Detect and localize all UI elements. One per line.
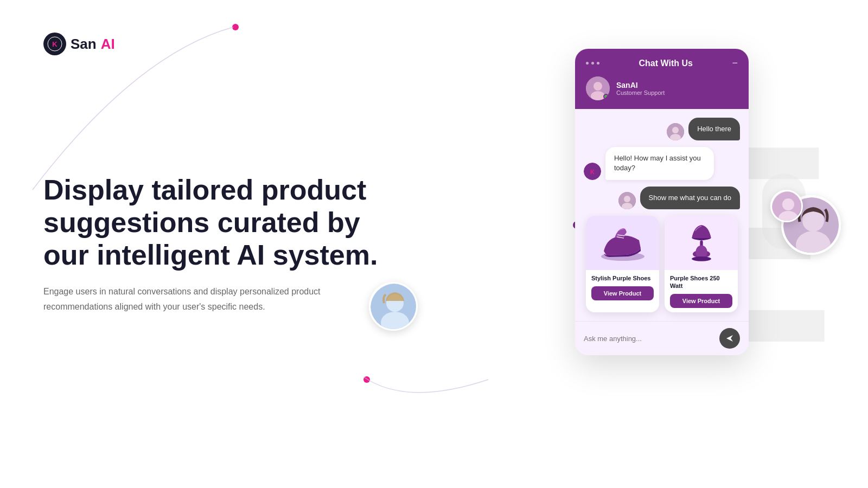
message-row-2: K Hello! How may I assist you today?: [584, 147, 740, 179]
svg-point-6: [672, 127, 679, 133]
left-content-area: Display tailored product suggestions cur…: [43, 174, 396, 314]
product-cards: Stylish Purple Shoes View Product: [584, 216, 740, 313]
product-name-2: Purple Shoes 250 Watt: [670, 274, 732, 290]
user-message-1: Hello there: [688, 118, 740, 140]
decorative-dot-top: [232, 24, 239, 30]
chat-widget: Chat With Us − SanAI: [575, 49, 749, 355]
logo-text-san: San: [71, 36, 97, 53]
product-image-2: [665, 216, 738, 270]
online-indicator: [603, 94, 609, 99]
sub-text: Engage users in natural conversations an…: [43, 285, 336, 314]
message-row-3: Show me what you can do: [584, 187, 740, 209]
chat-input-area: [575, 321, 749, 355]
svg-point-21: [782, 198, 794, 210]
send-button[interactable]: [719, 328, 740, 349]
svg-text:K: K: [52, 40, 58, 48]
product-info-2: Purple Shoes 250 Watt View Product: [665, 270, 738, 313]
user-message-2: Show me what you can do: [640, 187, 740, 209]
minimize-button[interactable]: −: [732, 57, 738, 69]
svg-text:K: K: [590, 169, 595, 175]
svg-point-3: [593, 82, 602, 91]
agent-info: SanAI Customer Support: [616, 81, 665, 96]
agent-name: SanAI: [616, 81, 665, 89]
agent-row: SanAI Customer Support: [586, 76, 738, 100]
view-product-button-2[interactable]: View Product: [670, 294, 732, 308]
svg-point-19: [692, 256, 711, 261]
chat-input[interactable]: [584, 335, 714, 343]
avatar-circle-1: [770, 190, 803, 222]
user-avatar-1: [667, 123, 684, 140]
floating-avatar-1: [770, 190, 803, 222]
decorative-dot-bottom: [363, 376, 370, 383]
chat-title: Chat With Us: [639, 59, 693, 68]
product-card-2: Purple Shoes 250 Watt View Product: [665, 216, 738, 313]
chat-window: Chat With Us − SanAI: [575, 49, 749, 355]
chat-header-top: Chat With Us −: [586, 57, 738, 69]
chat-header: Chat With Us − SanAI: [575, 49, 749, 109]
agent-role: Customer Support: [616, 89, 665, 96]
send-icon: [725, 334, 734, 343]
dot-1: [586, 62, 589, 65]
floating-avatar-2: [369, 282, 418, 331]
view-product-button-1[interactable]: View Product: [591, 286, 654, 300]
main-heading: Display tailored product suggestions cur…: [43, 174, 396, 271]
logo-icon: K: [43, 33, 66, 55]
agent-avatar: [586, 76, 610, 100]
dot-2: [591, 62, 594, 65]
header-dots: [586, 62, 599, 65]
product-card-1: Stylish Purple Shoes View Product: [586, 216, 659, 313]
message-row-1: Hello there: [584, 118, 740, 140]
product-image-1: [586, 216, 659, 270]
logo-text-ai: AI: [101, 36, 115, 53]
dot-3: [597, 62, 599, 65]
user-avatar-2: [618, 192, 636, 209]
svg-point-11: [624, 196, 630, 202]
lamp-icon: [682, 221, 720, 265]
bot-message-1: Hello! How may I assist you today?: [605, 147, 714, 179]
product-name-1: Stylish Purple Shoes: [591, 274, 654, 282]
product-info-1: Stylish Purple Shoes View Product: [586, 270, 659, 305]
shoe-icon: [598, 224, 647, 262]
avatar-circle-2: [369, 282, 418, 331]
logo[interactable]: K SanAI: [43, 33, 115, 55]
bot-avatar: K: [584, 163, 601, 180]
chat-body: Hello there: [575, 109, 749, 321]
